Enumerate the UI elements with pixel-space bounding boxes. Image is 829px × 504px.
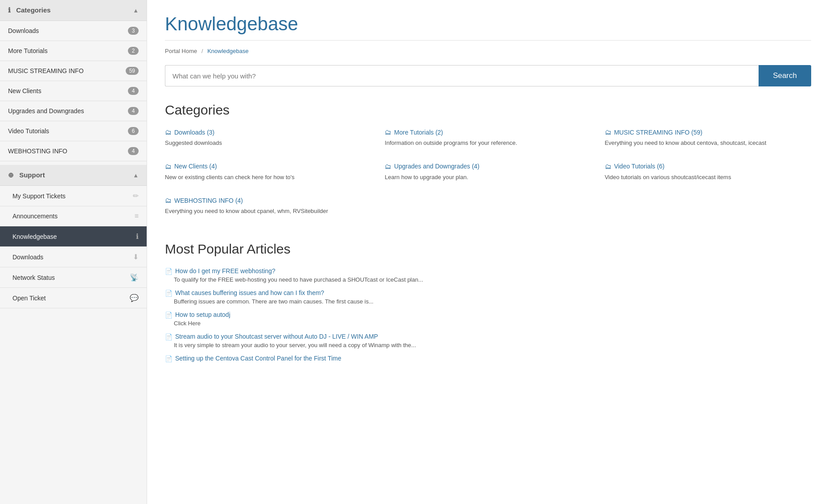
search-bar: Search: [165, 65, 811, 86]
sidebar-item-badge: 3: [128, 27, 139, 35]
category-card: 🗂 New Clients (4) New or existing client…: [165, 163, 371, 188]
article-link[interactable]: 📄 Setting up the Centova Cast Control Pa…: [165, 355, 811, 362]
sidebar-item[interactable]: New Clients 4: [0, 81, 147, 101]
breadcrumb-current: Knowledgebase: [207, 48, 249, 54]
page-title: Knowledgebase: [165, 13, 811, 35]
sidebar-categories-header[interactable]: ℹ Categories ▲: [0, 0, 147, 21]
article-link[interactable]: 📄 What causes buffering issues and how c…: [165, 289, 811, 297]
categories-title: Categories: [165, 102, 811, 118]
sidebar-item-label: MUSIC STREAMING INFO: [8, 67, 84, 74]
folder-icon: 🗂: [165, 197, 172, 204]
sidebar-item-label: Downloads: [8, 27, 39, 34]
sidebar-item[interactable]: MUSIC STREAMING INFO 59: [0, 61, 147, 81]
article-link[interactable]: 📄 Stream audio to your Shoutcast server …: [165, 333, 811, 340]
support-item-icon: ✏: [133, 192, 139, 200]
support-item-label: Network Status: [12, 274, 55, 281]
sidebar-item-label: WEBHOSTING INFO: [8, 148, 67, 155]
article-link[interactable]: 📄 How do I get my FREE webhosting?: [165, 267, 811, 275]
category-card: 🗂 Downloads (3) Suggested downloads: [165, 128, 371, 154]
folder-icon: 🗂: [165, 128, 172, 136]
support-item-icon: ⬇: [133, 253, 139, 261]
sidebar: ℹ Categories ▲ Downloads 3 More Tutorial…: [0, 0, 147, 504]
doc-icon: 📄: [165, 268, 172, 275]
category-link-text: Downloads (3): [174, 129, 214, 136]
sidebar-support-label: Support: [19, 171, 45, 179]
article-link[interactable]: 📄 How to setup autodj: [165, 311, 811, 319]
sidebar-support-header[interactable]: ⊕ Support ▲: [0, 165, 147, 186]
category-desc: New or existing clients can check here f…: [165, 173, 371, 182]
breadcrumb-sep: /: [201, 48, 203, 54]
sidebar-support-item-open-ticket[interactable]: Open Ticket 💬: [0, 288, 147, 308]
article-desc: To qualify for the FREE web-hosting you …: [165, 276, 811, 283]
category-link[interactable]: 🗂 New Clients (4): [165, 163, 371, 170]
sidebar-item-label: Video Tutorials: [8, 127, 49, 135]
main-content: Knowledgebase Portal Home / Knowledgebas…: [147, 0, 829, 504]
sidebar-item[interactable]: More Tutorials 2: [0, 41, 147, 61]
sidebar-item-label: New Clients: [8, 87, 41, 94]
title-divider: [165, 40, 811, 41]
search-button[interactable]: Search: [759, 65, 811, 86]
support-item-label: My Support Tickets: [12, 193, 66, 200]
category-link[interactable]: 🗂 Video Tutorials (6): [605, 163, 811, 170]
sidebar-support-list: My Support Tickets ✏ Announcements ≡ Kno…: [0, 186, 147, 308]
sidebar-item-badge: 4: [128, 87, 139, 95]
sidebar-item[interactable]: Upgrades and Downgrades 4: [0, 101, 147, 121]
doc-icon: 📄: [165, 290, 172, 297]
sidebar-categories-list: Downloads 3 More Tutorials 2 MUSIC STREA…: [0, 21, 147, 161]
category-link[interactable]: 🗂 WEBHOSTING INFO (4): [165, 197, 371, 204]
category-desc: Suggested downloads: [165, 139, 371, 148]
category-card: 🗂 Upgrades and Downgrades (4) Learn how …: [385, 163, 591, 188]
article-item: 📄 Stream audio to your Shoutcast server …: [165, 333, 811, 348]
article-desc: It is very simple to stream your audio t…: [165, 342, 811, 348]
category-link-text: Video Tutorials (6): [614, 163, 665, 170]
category-card: 🗂 Video Tutorials (6) Video tutorials on…: [605, 163, 811, 188]
support-item-icon: ℹ: [136, 232, 139, 241]
doc-icon: 📄: [165, 333, 172, 340]
support-item-label: Announcements: [12, 213, 57, 220]
sidebar-support-item-announcements[interactable]: Announcements ≡: [0, 206, 147, 226]
sidebar-item-badge: 2: [128, 47, 139, 55]
sidebar-item[interactable]: Video Tutorials 6: [0, 121, 147, 141]
category-link-text: More Tutorials (2): [394, 129, 443, 136]
category-link[interactable]: 🗂 More Tutorials (2): [385, 128, 591, 136]
sidebar-item[interactable]: Downloads 3: [0, 21, 147, 41]
support-item-label: Open Ticket: [12, 295, 46, 302]
category-link-text: New Clients (4): [174, 163, 217, 170]
category-placeholder: [385, 197, 591, 222]
sidebar-item-badge: 6: [128, 127, 139, 135]
article-item: 📄 How do I get my FREE webhosting? To qu…: [165, 267, 811, 283]
article-title: Stream audio to your Shoutcast server wi…: [175, 333, 378, 340]
category-desc: Everything you need to know about cpanel…: [165, 207, 371, 216]
popular-articles-title: Most Popular Articles: [165, 242, 811, 257]
article-item: 📄 How to setup autodj Click Here: [165, 311, 811, 327]
category-desc: Information on outside programs for your…: [385, 139, 591, 148]
sidebar-categories-label: Categories: [16, 6, 51, 14]
doc-icon: 📄: [165, 311, 172, 319]
search-input[interactable]: [165, 65, 759, 86]
category-desc: Everything you need to know about centov…: [605, 139, 811, 148]
sidebar-support-item-knowledgebase[interactable]: Knowledgebase ℹ: [0, 226, 147, 247]
sidebar-item-badge: 59: [126, 67, 139, 75]
sidebar-support-item-my-support-tickets[interactable]: My Support Tickets ✏: [0, 186, 147, 206]
articles-list: 📄 How do I get my FREE webhosting? To qu…: [165, 267, 811, 362]
category-link[interactable]: 🗂 Downloads (3): [165, 128, 371, 136]
category-link[interactable]: 🗂 Upgrades and Downgrades (4): [385, 163, 591, 170]
sidebar-item[interactable]: WEBHOSTING INFO 4: [0, 141, 147, 161]
folder-icon: 🗂: [385, 128, 391, 136]
category-link[interactable]: 🗂 MUSIC STREAMING INFO (59): [605, 128, 811, 136]
folder-icon: 🗂: [165, 163, 172, 170]
article-desc: Buffering issues are common. There are t…: [165, 298, 811, 305]
sidebar-item-label: Upgrades and Downgrades: [8, 107, 84, 115]
support-chevron-icon: ▲: [133, 172, 139, 179]
chevron-icon: ▲: [133, 7, 139, 14]
breadcrumb-home[interactable]: Portal Home: [165, 48, 197, 54]
support-item-icon: 💬: [130, 294, 139, 302]
sidebar-support-item-network-status[interactable]: Network Status 📡: [0, 267, 147, 288]
support-item-label: Downloads: [12, 254, 43, 261]
article-title: How do I get my FREE webhosting?: [175, 267, 275, 275]
category-desc: Video tutorials on various shoutcast/ice…: [605, 173, 811, 182]
sidebar-support-item-downloads[interactable]: Downloads ⬇: [0, 247, 147, 267]
breadcrumb: Portal Home / Knowledgebase: [165, 48, 811, 54]
support-item-label: Knowledgebase: [12, 233, 57, 240]
support-item-icon: ≡: [135, 212, 139, 220]
